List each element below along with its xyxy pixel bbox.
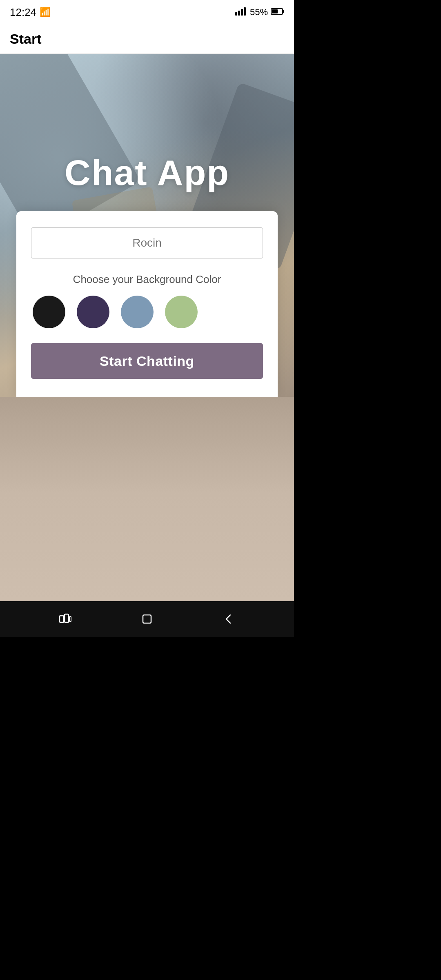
color-options <box>31 296 263 328</box>
svg-rect-8 <box>65 614 69 622</box>
svg-rect-7 <box>60 616 64 622</box>
card: Choose your Background Color Start Chatt… <box>16 211 278 397</box>
color-sage-green[interactable] <box>165 296 198 328</box>
svg-rect-10 <box>143 615 151 623</box>
home-icon[interactable] <box>140 612 154 626</box>
svg-rect-6 <box>272 9 278 13</box>
bottom-nav <box>0 601 294 637</box>
back-icon[interactable] <box>221 612 236 626</box>
svg-rect-9 <box>69 617 71 621</box>
status-right: 55% <box>235 7 284 18</box>
start-chatting-button[interactable]: Start Chatting <box>31 343 263 379</box>
svg-rect-3 <box>244 7 246 16</box>
color-label: Choose your Background Color <box>31 273 263 286</box>
svg-rect-2 <box>241 9 243 16</box>
time-text: 12:24 <box>10 6 36 19</box>
color-steel-blue[interactable] <box>121 296 154 328</box>
color-black[interactable] <box>33 296 65 328</box>
recent-apps-icon[interactable] <box>58 612 73 626</box>
svg-rect-5 <box>283 10 284 13</box>
wifi-icon: 📶 <box>40 7 51 18</box>
battery-percent: 55% <box>250 7 268 18</box>
signal-icon <box>235 7 247 18</box>
svg-rect-1 <box>238 11 240 16</box>
svg-rect-0 <box>235 12 237 16</box>
main-area: Chat App Choose your Background Color St… <box>0 54 294 637</box>
status-bar: 12:24 📶 55% <box>0 0 294 24</box>
card-container: Choose your Background Color Start Chatt… <box>0 211 294 397</box>
status-time: 12:24 📶 <box>10 6 51 19</box>
page-title: Start <box>10 31 41 47</box>
battery-icon <box>271 7 284 18</box>
hero-title: Chat App <box>0 152 294 194</box>
app-bar: Start <box>0 24 294 54</box>
username-input[interactable] <box>31 227 263 258</box>
hero-area: Chat App Choose your Background Color St… <box>0 54 294 397</box>
color-dark-purple[interactable] <box>77 296 109 328</box>
